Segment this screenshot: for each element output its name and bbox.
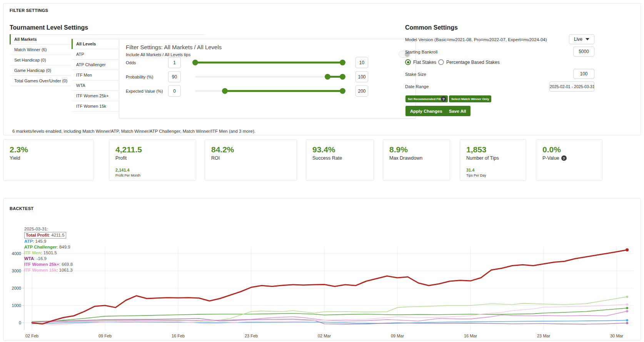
tab-set-handicap[interactable]: Set Handicap (0) bbox=[10, 55, 71, 65]
tab-all-markets[interactable]: All Markets bbox=[10, 34, 71, 45]
tab-total-games[interactable]: Total Games Over/Under (0) bbox=[10, 76, 71, 86]
tooltip-row-itf-men: ITF Men: 1501.5 bbox=[24, 250, 73, 256]
tab-itf-women-15k[interactable]: ITF Women 15k bbox=[72, 101, 119, 112]
svg-text:23 Mar: 23 Mar bbox=[537, 334, 551, 338]
market-tabs: All Markets Match Winner (6) Set Handica… bbox=[10, 34, 71, 86]
probability-slider[interactable] bbox=[195, 76, 342, 78]
svg-text:09 Feb: 09 Feb bbox=[98, 334, 112, 338]
tab-game-handicap[interactable]: Game Handicap (0) bbox=[10, 65, 71, 76]
expected-value-max-input[interactable] bbox=[355, 85, 368, 97]
tooltip-row-total-profit: Total Profit: 4211.5 bbox=[24, 232, 66, 239]
odds-slider-handle-min[interactable] bbox=[192, 60, 198, 65]
svg-text:2000: 2000 bbox=[12, 286, 21, 290]
probability-slider-handle-min[interactable] bbox=[325, 74, 330, 80]
probability-label: Probability (%) bbox=[126, 75, 153, 79]
tab-wta[interactable]: WTA bbox=[72, 80, 119, 91]
expected-value-min-input[interactable] bbox=[168, 85, 181, 97]
expected-value-slider[interactable] bbox=[195, 90, 342, 92]
svg-text:02 Mar: 02 Mar bbox=[318, 334, 331, 338]
tab-itf-women-25k[interactable]: ITF Women 25k+ bbox=[72, 91, 119, 101]
expected-value-slider-fill bbox=[225, 90, 342, 92]
date-range-input[interactable] bbox=[549, 82, 594, 92]
date-range-label: Date Range bbox=[405, 84, 429, 89]
expected-value-slider-handle-min[interactable] bbox=[222, 88, 228, 94]
stat-card-number-of-tips: 1,853Number of Tips 31.4Tips Per Day bbox=[460, 139, 526, 181]
number-of-tips-value: 1,853 bbox=[466, 145, 499, 154]
recommended-filters-help-icon[interactable]: ? bbox=[441, 96, 446, 102]
percentage-stakes-option[interactable]: Percentage Based Stakes bbox=[438, 59, 500, 65]
svg-text:1000: 1000 bbox=[12, 303, 21, 308]
stake-size-input[interactable] bbox=[573, 69, 594, 79]
probability-slider-handle-max[interactable] bbox=[340, 74, 345, 80]
p-value-label: P-Value bbox=[542, 155, 559, 161]
stat-card-p-value: 0.0% P-Value? bbox=[536, 139, 602, 181]
model-version-select[interactable]: Live bbox=[569, 34, 594, 44]
markets-enabled-note: 6 markets/levels enabled, including Matc… bbox=[12, 129, 255, 133]
svg-text:09 Mar: 09 Mar bbox=[391, 334, 404, 338]
stat-card-roi: 84.2%ROI bbox=[205, 139, 297, 181]
tab-match-winner[interactable]: Match Winner (6) bbox=[10, 45, 71, 55]
stat-card-success-rate: 93.4%Success Rate bbox=[306, 139, 374, 181]
starting-bankroll-input[interactable] bbox=[573, 47, 594, 57]
yield-label: Yield bbox=[10, 155, 28, 161]
percentage-stakes-radio[interactable] bbox=[438, 59, 444, 65]
tooltip-date: 2025-03-31: bbox=[24, 226, 73, 232]
odds-slider-fill bbox=[195, 62, 342, 63]
model-version-label: Model Version (Basic=mv2021-08, Pro=mv20… bbox=[405, 37, 547, 42]
success-rate-value: 93.4% bbox=[312, 145, 342, 154]
save-all-button[interactable]: Save All bbox=[444, 106, 470, 116]
number-of-tips-label: Number of Tips bbox=[466, 155, 499, 161]
tab-atp[interactable]: ATP bbox=[72, 49, 119, 60]
expected-value-slider-handle-max[interactable] bbox=[340, 88, 345, 94]
profit-per-month-label: Profit Per Month bbox=[115, 174, 142, 177]
starting-bankroll-label: Starting Bankroll bbox=[405, 50, 437, 54]
tooltip-row-atp-challenger: ATP Challenger: 849.9 bbox=[24, 244, 73, 250]
chevron-down-icon bbox=[586, 38, 589, 40]
tab-atp-challenger[interactable]: ATP Challenger bbox=[72, 60, 119, 70]
backtest-card: BACKTEST 0100020003000400002 Feb09 Feb16… bbox=[3, 198, 641, 341]
svg-text:16 Mar: 16 Mar bbox=[464, 334, 477, 338]
svg-text:23 Feb: 23 Feb bbox=[245, 334, 258, 338]
profit-label: Profit bbox=[115, 155, 142, 161]
roi-value: 84.2% bbox=[211, 145, 234, 154]
svg-text:30 Mar: 30 Mar bbox=[610, 334, 624, 338]
backtest-chart[interactable]: 0100020003000400002 Feb09 Feb16 Feb23 Fe… bbox=[8, 225, 635, 341]
tab-itf-men[interactable]: ITF Men bbox=[72, 70, 119, 80]
max-drawdown-value: 8.9% bbox=[389, 145, 422, 154]
probability-max-input[interactable] bbox=[355, 71, 368, 82]
filter-settings-card: FILTER SETTINGS Tournament Level Setting… bbox=[3, 3, 641, 135]
filter-panel-subtitle: Include All Markets / All Levels tips bbox=[126, 52, 190, 57]
level-tabs: All Levels ATP ATP Challenger ITF Men WT… bbox=[72, 39, 119, 112]
odds-slider-handle-max[interactable] bbox=[340, 60, 345, 65]
svg-text:02 Feb: 02 Feb bbox=[25, 334, 38, 338]
tooltip-row-itf-women-25k: ITF Women 25k+: 669.8 bbox=[24, 262, 73, 267]
flat-stakes-option[interactable]: Flat Stakes bbox=[405, 59, 436, 65]
svg-text:4000: 4000 bbox=[12, 251, 21, 256]
odds-label: Odds bbox=[126, 60, 136, 65]
expected-value-label: Expected Value (%) bbox=[126, 89, 163, 93]
odds-slider[interactable] bbox=[195, 62, 342, 63]
apply-changes-button[interactable]: Apply Changes bbox=[405, 106, 447, 116]
stat-card-yield: 2.3%Yield bbox=[3, 139, 93, 181]
filter-settings-header: FILTER SETTINGS bbox=[10, 8, 48, 13]
p-value-help-icon[interactable]: ? bbox=[561, 155, 567, 161]
max-drawdown-label: Max Drawdown bbox=[389, 155, 422, 161]
tooltip-row-atp: ATP: 145.9 bbox=[24, 239, 73, 244]
odds-max-input[interactable] bbox=[355, 57, 368, 68]
tips-per-day-value: 31.4 bbox=[466, 168, 499, 172]
tournament-level-settings-title: Tournament Level Settings bbox=[10, 24, 88, 31]
tab-all-levels[interactable]: All Levels bbox=[72, 39, 119, 49]
svg-text:0: 0 bbox=[19, 320, 21, 325]
profit-value: 4,211.5 bbox=[115, 145, 142, 154]
svg-text:3000: 3000 bbox=[12, 269, 21, 273]
filter-panel-title: Filter Settings: All Markets / All Level… bbox=[126, 44, 222, 50]
flat-stakes-radio[interactable] bbox=[405, 59, 411, 65]
profit-line-chart: 0100020003000400002 Feb09 Feb16 Feb23 Fe… bbox=[8, 225, 635, 341]
p-value-value: 0.0% bbox=[542, 145, 567, 154]
profit-per-month-value: 2,141.4 bbox=[115, 168, 142, 172]
stat-card-max-drawdown: 8.9%Max Drawdown bbox=[383, 139, 450, 181]
select-match-winner-only-button[interactable]: Select Match Winner Only bbox=[449, 95, 491, 102]
probability-min-input[interactable] bbox=[168, 71, 181, 82]
odds-min-input[interactable] bbox=[168, 57, 181, 68]
success-rate-label: Success Rate bbox=[312, 155, 342, 161]
